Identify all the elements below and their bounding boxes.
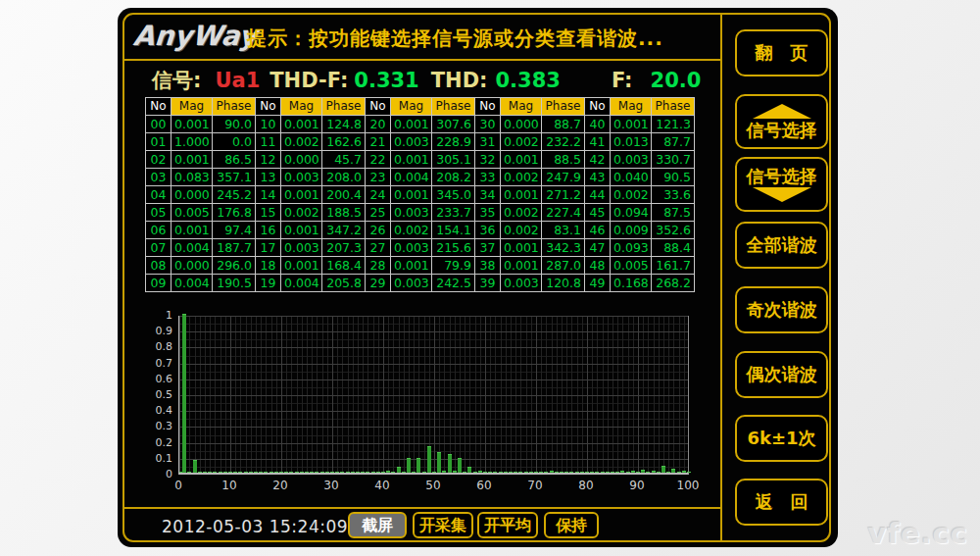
col-header-mag: Mag [611, 98, 652, 116]
button-start-capture[interactable]: 开采集 [413, 512, 473, 538]
table-cell: 40 [585, 116, 611, 133]
table-cell: 0.000 [172, 257, 213, 275]
table-cell: 330.7 [652, 151, 695, 169]
button-label: 6k±1次 [747, 429, 815, 448]
harmonic-bar [458, 458, 462, 473]
harmonic-bar [193, 460, 197, 473]
harmonic-bar [534, 472, 538, 473]
table-cell: 228.9 [432, 133, 475, 151]
anyway-logo: AnyWay [132, 20, 258, 52]
table-cell: 0.001 [391, 116, 432, 133]
harmonic-bar [448, 454, 452, 473]
table-cell: 88.4 [652, 239, 695, 257]
x-axis-tick-label: 40 [363, 479, 402, 492]
harmonic-bar [320, 472, 324, 473]
harmonic-bar [499, 472, 503, 473]
table-cell: 90.5 [652, 169, 695, 186]
x-axis-tick-label: 60 [465, 479, 504, 492]
table-cell: 342.3 [542, 239, 585, 257]
table-cell: 45 [585, 204, 611, 222]
table-cell: 0.001 [391, 186, 432, 204]
button-label: 翻 页 [756, 43, 808, 63]
harmonic-bar [606, 472, 610, 473]
button-return[interactable]: 返 回 [735, 479, 828, 526]
harmonic-bar [213, 472, 217, 473]
table-cell: 0.003 [501, 275, 542, 292]
harmonic-bar [391, 472, 395, 473]
y-axis-tick-label: 0.4 [137, 404, 172, 417]
table-cell: 0.004 [391, 169, 432, 186]
harmonic-bar [361, 472, 365, 473]
table-cell: 0.001 [281, 222, 322, 239]
harmonic-bar [432, 472, 436, 473]
table-cell: 0.002 [501, 204, 542, 222]
harmonic-bar [219, 472, 222, 473]
harmonic-bar [264, 472, 268, 473]
harmonic-bar [412, 472, 416, 473]
table-cell: 48 [585, 257, 611, 275]
button-label: 信号选择 [747, 121, 817, 140]
table-cell: 190.5 [213, 275, 256, 292]
table-cell: 88.5 [542, 151, 585, 169]
harmonic-bar [244, 472, 248, 473]
button-6k-plus-minus-1[interactable]: 6k±1次 [735, 415, 828, 462]
button-signal-select-down[interactable]: 信号选择 [735, 157, 828, 212]
table-cell: 41 [585, 133, 611, 151]
button-screenshot[interactable]: 截屏 [348, 512, 407, 538]
table-cell: 13 [256, 169, 281, 186]
harmonic-bar [646, 472, 650, 473]
harmonic-bar [483, 472, 487, 473]
table-cell: 247.9 [542, 169, 585, 186]
button-signal-select-up[interactable]: 信号选择 [735, 94, 828, 149]
table-cell: 0.001 [172, 116, 213, 133]
table-cell: 00 [146, 116, 172, 133]
thd-value: 0.383 [495, 69, 560, 92]
button-label: 奇次谐波 [747, 300, 817, 320]
harmonic-bar [289, 472, 293, 473]
table-cell: 22 [366, 151, 391, 169]
button-hold[interactable]: 保持 [544, 512, 599, 538]
table-cell: 0.002 [391, 222, 432, 239]
table-cell: 305.1 [432, 151, 475, 169]
button-even-harmonics[interactable]: 偶次谐波 [735, 351, 828, 398]
table-cell: 0.040 [611, 169, 652, 186]
table-cell: 28 [366, 257, 391, 275]
harmonic-bar [493, 472, 497, 473]
table-cell: 20 [366, 116, 391, 133]
x-axis-tick-label: 30 [312, 479, 351, 492]
table-cell: 232.2 [542, 133, 585, 151]
table-cell: 38 [475, 257, 501, 275]
harmonic-bar [416, 458, 420, 473]
table-cell: 0.093 [611, 239, 652, 257]
button-page-flip[interactable]: 翻 页 [735, 29, 828, 76]
table-cell: 352.6 [652, 222, 695, 239]
table-cell: 0.002 [501, 133, 542, 151]
harmonic-bar [427, 446, 431, 473]
signal-name-value: Ua1 [215, 69, 260, 92]
harmonic-bar [514, 472, 517, 473]
table-cell: 32 [475, 151, 501, 169]
x-axis-tick-label: 50 [414, 479, 453, 492]
harmonic-bar [529, 472, 533, 473]
table-cell: 121.3 [652, 116, 695, 133]
harmonic-bar [636, 472, 640, 473]
y-axis-tick-label: 0.8 [137, 340, 172, 353]
harmonic-bar [590, 472, 594, 473]
col-header-phase: Phase [322, 98, 366, 116]
button-start-average[interactable]: 开平均 [477, 512, 538, 538]
timestamp: 2012-05-03 15:24:09 [162, 517, 348, 536]
y-axis-tick-label: 0.7 [137, 357, 172, 370]
table-cell: 19 [256, 275, 281, 292]
button-all-harmonics[interactable]: 全部谐波 [735, 222, 828, 269]
table-cell: 24 [366, 186, 391, 204]
harmonic-bar [544, 472, 548, 473]
table-cell: 29 [366, 275, 391, 292]
y-axis-tick-label: 1 [137, 309, 172, 322]
harmonic-bar [228, 472, 232, 473]
harmonic-bar [555, 472, 559, 473]
harmonic-bar [631, 471, 635, 473]
header-divider [124, 59, 720, 61]
button-odd-harmonics[interactable]: 奇次谐波 [735, 286, 828, 333]
table-cell: 09 [146, 275, 172, 292]
button-label: 全部谐波 [747, 235, 817, 255]
